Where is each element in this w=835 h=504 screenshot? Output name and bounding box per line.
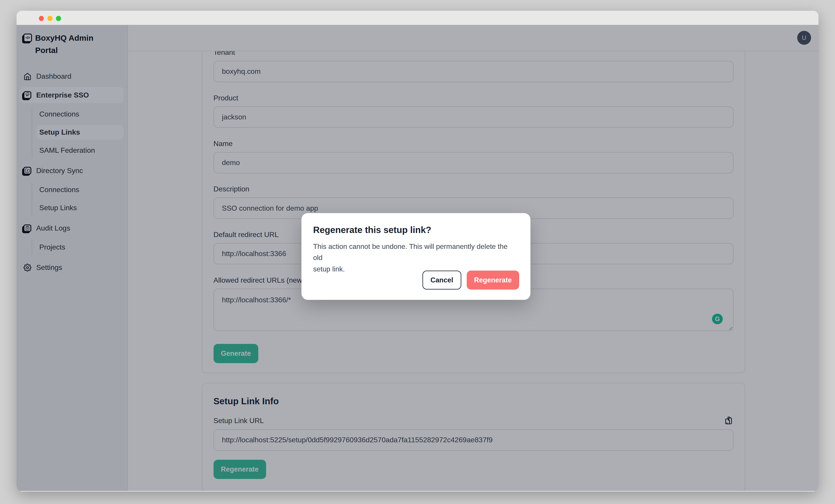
confirm-regenerate-button[interactable]: Regenerate bbox=[467, 270, 519, 290]
minimize-window-button[interactable] bbox=[47, 16, 53, 21]
dialog-title: Regenerate this setup link? bbox=[313, 225, 518, 235]
desktop: </> BoxyHQ Admin Portal Dashboard bbox=[0, 0, 835, 504]
close-window-button[interactable] bbox=[39, 16, 44, 21]
page: </> BoxyHQ Admin Portal Dashboard bbox=[17, 25, 818, 491]
dialog-message: This action cannot be undone. This will … bbox=[313, 241, 518, 275]
window-titlebar bbox=[17, 11, 818, 25]
regenerate-confirm-dialog: Regenerate this setup link? This action … bbox=[302, 213, 530, 300]
cancel-button[interactable]: Cancel bbox=[423, 270, 461, 290]
app-window: </> BoxyHQ Admin Portal Dashboard bbox=[17, 11, 818, 491]
zoom-window-button[interactable] bbox=[56, 16, 61, 21]
dialog-actions: Cancel Regenerate bbox=[423, 270, 519, 290]
